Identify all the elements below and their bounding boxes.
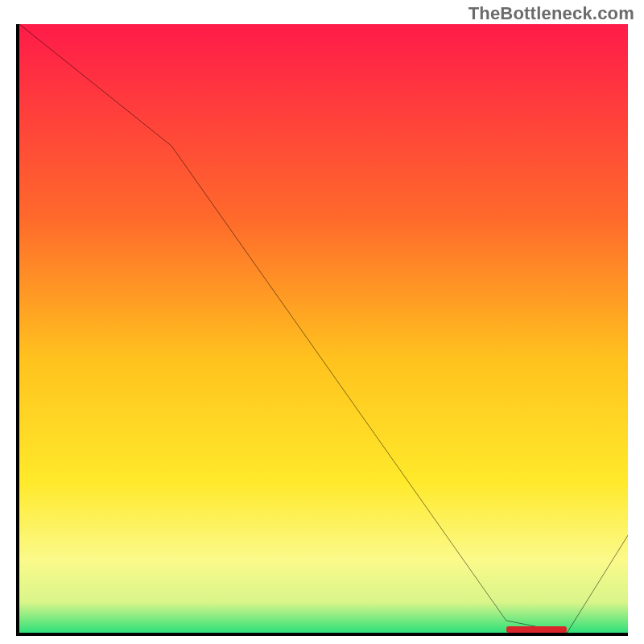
curve-line [19, 24, 628, 633]
attribution-label: TheBottleneck.com [469, 3, 634, 24]
plot-area [16, 24, 628, 636]
curve-layer [19, 24, 628, 633]
optimum-marker [506, 626, 568, 633]
bottleneck-chart: TheBottleneck.com [0, 0, 644, 644]
